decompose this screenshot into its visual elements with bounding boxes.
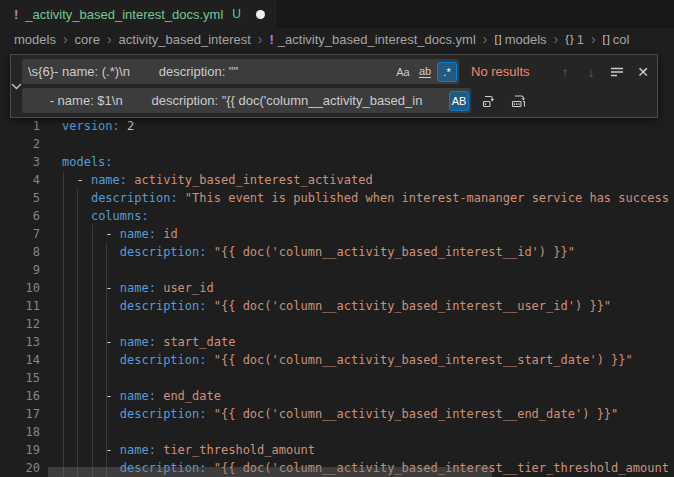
line-content [40,369,62,387]
line-number: 7 [0,225,40,243]
breadcrumb-label: core [75,32,100,47]
line-content: version: 2 [40,117,134,135]
editor[interactable]: 1version: 223models:4 - name: activity_b… [0,50,674,477]
line-content [40,261,62,279]
line-content: description: "{{ doc('column__activity_b… [40,297,611,315]
line-number: 12 [0,315,40,333]
code-line[interactable]: 7 - name: id [0,225,674,243]
code-line[interactable]: 5 description: "This event is published … [0,189,674,207]
preserve-case-button[interactable]: AB [449,91,469,111]
line-number: 18 [0,423,40,441]
code-line[interactable]: 2 [0,135,674,153]
line-number: 9 [0,261,40,279]
replace-icon [481,93,497,109]
find-in-selection-button[interactable] [605,61,629,83]
indent-guide [106,243,107,477]
whole-word-button[interactable]: ab [415,62,435,82]
code-line[interactable]: 13 - name: start_date [0,333,674,351]
breadcrumb-label: _activity_based_interest_docs.yml [278,32,476,47]
replace-all-button[interactable] [507,90,531,112]
object-symbol-icon: { } [565,33,572,45]
line-content: description: "{{ doc('column__activity_b… [40,405,618,423]
line-content: - name: user_id [40,279,214,297]
breadcrumb-label: models [14,32,56,47]
line-number: 8 [0,243,40,261]
breadcrumb-label: col [613,32,630,47]
find-results-status: No results [471,64,551,79]
line-number: 16 [0,387,40,405]
code-line[interactable]: 17 description: "{{ doc('column__activit… [0,405,674,423]
line-content: - name: tier_threshold_amount [40,441,315,459]
code-line[interactable]: 16 - name: end_date [0,387,674,405]
line-number: 13 [0,333,40,351]
breadcrumb-item[interactable]: models [14,32,56,47]
regex-button[interactable]: .* [437,62,457,82]
breadcrumb: models›core›activity_based_interest›!_ac… [0,28,674,50]
line-number: 20 [0,459,40,477]
tab-activity-based-interest-docs[interactable]: ! _activity_based_interest_docs.yml U [0,0,278,28]
code-line[interactable]: 4 - name: activity_based_interest_activa… [0,171,674,189]
code-line[interactable]: 10 - name: user_id [0,279,674,297]
line-content [40,423,62,441]
find-replace-widget: \s{6}- name: (.*)\n description: "" Aa a… [10,54,658,118]
breadcrumb-label: models [505,32,547,47]
code-line[interactable]: 11 description: "{{ doc('column__activit… [0,297,674,315]
breadcrumb-item[interactable]: [ ]col [603,32,630,47]
replace-input-value: - name: $1\n description: "{{ doc('colum… [28,93,447,108]
line-content: - name: start_date [40,333,235,351]
line-number: 19 [0,441,40,459]
breadcrumb-label: activity_based_interest [119,32,251,47]
chevron-down-icon [11,83,22,90]
line-content: - name: id [40,225,178,243]
indent-guide [63,171,64,477]
code-line[interactable]: 15 [0,369,674,387]
line-content: - name: end_date [40,387,221,405]
breadcrumb-item[interactable]: [ ]models [495,32,547,47]
line-content [40,315,62,333]
unsaved-changes-dot-icon[interactable] [256,10,265,19]
line-content: description: "{{ doc('column__activity_b… [40,243,575,261]
find-input-value: \s{6}- name: (.*)\n description: "" [28,64,391,79]
code-line[interactable]: 12 [0,315,674,333]
line-number: 4 [0,171,40,189]
horizontal-scrollbar[interactable] [48,467,492,477]
code-line[interactable]: 8 description: "{{ doc('column__activity… [0,243,674,261]
code-line[interactable]: 3models: [0,153,674,171]
line-content: columns: [40,207,149,225]
line-number: 10 [0,279,40,297]
replace-input[interactable]: - name: $1\n description: "{{ doc('colum… [22,88,471,113]
breadcrumb-item[interactable]: !_activity_based_interest_docs.yml [269,32,475,47]
breadcrumb-item[interactable]: core [75,32,100,47]
next-match-button[interactable]: ↓ [579,61,603,83]
previous-match-button[interactable]: ↑ [553,61,577,83]
code-line[interactable]: 6 columns: [0,207,674,225]
line-content: description: "This event is published wh… [40,189,669,207]
line-number: 6 [0,207,40,225]
line-content: models: [40,153,113,171]
match-case-button[interactable]: Aa [393,62,413,82]
code-line[interactable]: 14 description: "{{ doc('column__activit… [0,351,674,369]
find-input[interactable]: \s{6}- name: (.*)\n description: "" Aa a… [22,59,459,84]
line-number: 3 [0,153,40,171]
replace-row: - name: $1\n description: "{{ doc('colum… [22,88,655,113]
line-content: - name: activity_based_interest_activate… [40,171,373,189]
replace-button[interactable] [477,90,501,112]
yaml-symbol-icon: ! [269,32,273,47]
close-find-button[interactable]: ✕ [631,61,655,83]
replace-all-icon [510,93,528,109]
code-line[interactable]: 18 [0,423,674,441]
line-content: description: "{{ doc('column__activity_b… [40,351,633,369]
toggle-replace-button[interactable] [11,55,22,117]
yaml-file-icon: ! [14,7,18,22]
line-number: 11 [0,297,40,315]
code-line[interactable]: 9 [0,261,674,279]
breadcrumb-separator-icon: › [258,32,263,46]
array-symbol-icon: [ ] [603,33,609,45]
indent-guide [92,225,93,477]
breadcrumb-item[interactable]: { }1 [565,32,584,47]
breadcrumb-item[interactable]: activity_based_interest [119,32,251,47]
code-line[interactable]: 19 - name: tier_threshold_amount [0,441,674,459]
code-line[interactable]: 1version: 2 [0,117,674,135]
line-number: 17 [0,405,40,423]
indent-guide [77,189,78,477]
